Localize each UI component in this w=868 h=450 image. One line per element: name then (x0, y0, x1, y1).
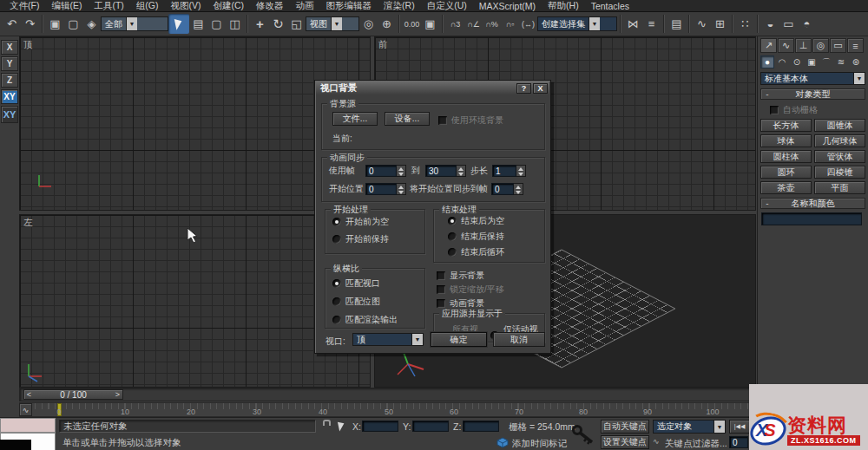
select-by-name-icon[interactable]: ▤ (189, 14, 207, 34)
snaps-3d-icon[interactable]: ∩3 (446, 14, 464, 34)
menu-animation[interactable]: 动画 (290, 0, 320, 12)
box-button[interactable]: 长方体 (760, 119, 812, 132)
lock-zoom-pan-checkbox[interactable]: 锁定缩放/平移 (437, 284, 504, 296)
menu-group[interactable]: 组(G) (130, 0, 165, 12)
chevron-down-icon[interactable]: ▼ (853, 73, 865, 84)
hierarchy-tab-icon[interactable]: ⊥ (795, 38, 812, 53)
pyramid-button[interactable]: 四棱锥 (814, 166, 865, 179)
percent-snap-icon[interactable]: ∩% (483, 14, 501, 34)
spinner-snap-icon[interactable]: 0.00 (403, 14, 421, 34)
key-mode-dropdown[interactable]: 选定对象 ▼ (653, 420, 726, 434)
use-frame-field[interactable]: 0 (365, 165, 397, 177)
menu-maxscript[interactable]: MAXScript(M) (473, 1, 542, 11)
spinner[interactable] (397, 183, 406, 195)
angle-snap-icon[interactable]: ∩∠ (464, 14, 483, 34)
isometric-cube-icon[interactable] (496, 437, 509, 448)
quick-render-icon[interactable]: ◓ (798, 14, 816, 34)
time-slider-handle[interactable]: < 0 / 100 > (23, 389, 123, 400)
restrict-z-button[interactable]: Z (1, 73, 18, 88)
menu-modifiers[interactable]: 修改器 (250, 0, 290, 12)
chevron-down-icon[interactable]: ▼ (411, 334, 423, 345)
spinner[interactable] (457, 165, 466, 177)
key-filter-curve-icon[interactable]: ∿ (653, 437, 660, 446)
spinner[interactable] (397, 165, 406, 177)
rectangular-selection-region-icon[interactable]: ▢ (207, 14, 226, 34)
geosphere-button[interactable]: 几何球体 (814, 134, 865, 147)
step-field[interactable]: 1 (492, 165, 516, 177)
display-background-checkbox[interactable]: 显示背景 (437, 270, 484, 282)
menu-customize[interactable]: 自定义(U) (421, 0, 473, 12)
tube-button[interactable]: 管状体 (814, 150, 865, 163)
auto-key-button[interactable]: 自动关键点 (601, 420, 649, 434)
geometry-category-icon[interactable]: ● (760, 55, 774, 68)
select-object-button[interactable] (168, 14, 189, 34)
spacewarps-category-icon[interactable]: ≋ (834, 55, 848, 68)
cone-button[interactable]: 圆锥体 (814, 119, 865, 132)
match-viewport-radio[interactable]: 匹配视口 (332, 277, 424, 290)
systems-category-icon[interactable]: ⊛ (849, 55, 863, 68)
use-environment-background-checkbox[interactable]: 使用环境背景 (438, 114, 503, 127)
viewport-top-label[interactable]: 顶 (23, 39, 33, 51)
mini-curve-editor-icon[interactable]: ∿ (19, 403, 32, 416)
match-bitmap-radio[interactable]: 匹配位图 (332, 296, 424, 308)
blank-after-end-radio[interactable]: 结束后为空 (448, 215, 544, 227)
start-at-field[interactable]: 0 (365, 183, 397, 195)
mirror-icon[interactable]: ⋈ (624, 14, 642, 34)
ok-button[interactable]: 确定 (431, 332, 487, 347)
name-color-rollout[interactable]: - 名称和颜色 (760, 198, 865, 209)
modify-tab-icon[interactable]: ∿ (778, 38, 794, 53)
menu-rendering[interactable]: 渲染(R) (378, 0, 421, 12)
select-and-rotate-icon[interactable]: ↻ (269, 14, 287, 34)
helpers-category-icon[interactable]: ⌒ (819, 55, 833, 68)
unlink-selection-icon[interactable]: ▢ (64, 14, 82, 34)
sync-start-field[interactable]: 0 (491, 183, 514, 195)
z-coordinate-field[interactable] (463, 421, 499, 432)
add-time-tag[interactable]: 添加时间标记 (512, 438, 567, 450)
create-tab-icon[interactable]: ↗ (760, 38, 777, 53)
current-frame-field[interactable]: 0 (729, 436, 748, 448)
menu-tools[interactable]: 工具(T) (88, 0, 129, 12)
hold-after-end-radio[interactable]: 结束后保持 (448, 231, 544, 243)
viewport-left-label[interactable]: 左 (23, 217, 33, 229)
x-coordinate-field[interactable] (362, 421, 398, 432)
keyboard-override-icon[interactable]: (↔) (519, 14, 537, 34)
selection-filter-dropdown[interactable]: 全部 ▼ (101, 16, 168, 31)
display-tab-icon[interactable]: ▭ (830, 38, 846, 53)
teapot-button[interactable]: 茶壶 (760, 181, 812, 194)
undo-icon[interactable]: ↶ (3, 14, 21, 34)
viewport-dropdown[interactable]: 顶 ▼ (352, 333, 424, 346)
named-selection-dropdown[interactable]: 创建选择集 ▼ (537, 16, 617, 31)
object-type-rollout[interactable]: - 对象类型 (760, 88, 865, 100)
cancel-button[interactable]: 取消 (493, 332, 545, 347)
restrict-xy-plane-button[interactable]: XY (1, 89, 18, 104)
time-slider[interactable]: < 0 / 100 > (19, 388, 753, 401)
align-icon[interactable]: ≡ (642, 14, 661, 34)
reference-coordinate-dropdown[interactable]: 视图 ▼ (306, 16, 359, 31)
snap-toggle-icon[interactable]: ▣ (421, 14, 439, 34)
next-frame-icon[interactable]: > (113, 390, 122, 399)
select-and-manipulate-icon[interactable]: ⊕ (378, 14, 396, 34)
restrict-x-button[interactable]: X (1, 40, 18, 55)
utilities-tab-icon[interactable]: ≡ (847, 38, 864, 53)
set-key-button[interactable]: 设置关键点 (601, 435, 649, 449)
use-pivot-center-icon[interactable]: ◎ (359, 14, 378, 34)
maxscript-mini-listener-macro[interactable] (0, 418, 56, 433)
chevron-down-icon[interactable]: ▼ (331, 17, 342, 30)
absolute-mode-cursor-icon[interactable] (338, 421, 345, 431)
rendered-frame-window-icon[interactable]: ▭ (779, 14, 798, 34)
spinner[interactable] (514, 183, 523, 195)
select-and-link-icon[interactable]: ▣ (46, 14, 64, 34)
motion-tab-icon[interactable]: ◎ (812, 38, 829, 53)
menu-file[interactable]: 文件(F) (3, 0, 45, 12)
key-filters-button[interactable]: 关键点过滤器... (665, 438, 727, 450)
hold-before-start-radio[interactable]: 开始前保持 (332, 233, 424, 245)
shapes-category-icon[interactable]: ◠ (775, 55, 789, 68)
previous-frame-icon[interactable]: < (24, 390, 34, 399)
menu-views[interactable]: 视图(V) (165, 0, 207, 12)
render-setup-icon[interactable]: ◒ (761, 14, 779, 34)
devices-button[interactable]: 设备... (385, 112, 430, 126)
torus-button[interactable]: 圆环 (760, 166, 812, 179)
layer-manager-icon[interactable]: ▤ (667, 14, 686, 34)
window-crossing-icon[interactable]: ◫ (226, 14, 244, 34)
loop-after-end-radio[interactable]: 结束后循环 (448, 246, 544, 258)
